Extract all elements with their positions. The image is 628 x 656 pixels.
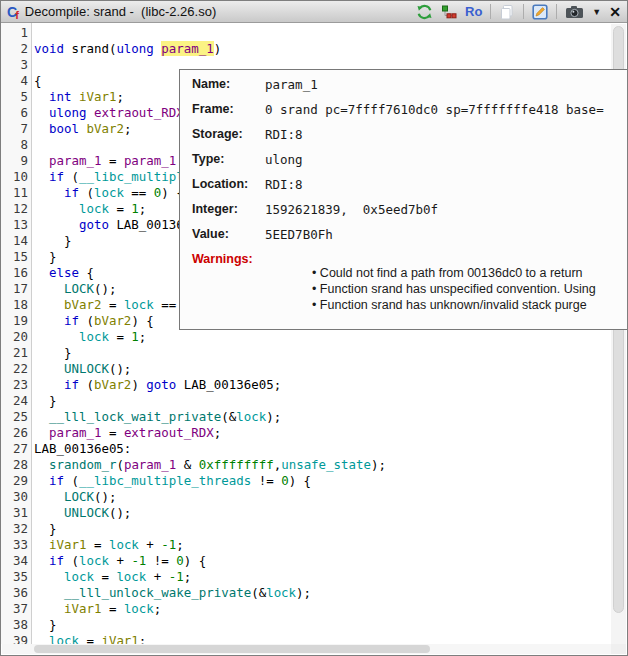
menu-button[interactable]: ▼ bbox=[592, 3, 601, 21]
line-number: 11 bbox=[1, 185, 28, 201]
horizontal-scrollbar-thumb[interactable] bbox=[34, 645, 430, 653]
code-line[interactable]: 20 lock = 1; bbox=[1, 329, 611, 345]
close-button[interactable]: ✕ bbox=[609, 3, 621, 21]
code-text: lock = iVar1; bbox=[34, 633, 146, 644]
code-line[interactable]: 35 lock = lock + -1; bbox=[1, 569, 611, 585]
edit-icon bbox=[532, 4, 548, 20]
tooltip-value: 0 srand pc=7ffff7610dc0 sp=7fffffffe418 … bbox=[265, 102, 604, 117]
tooltip-label: Location: bbox=[192, 177, 265, 191]
ro-button[interactable]: Ro bbox=[465, 3, 482, 21]
line-number: 25 bbox=[1, 409, 28, 425]
warning-item: Function srand has unspecified conventio… bbox=[312, 281, 596, 297]
warning-item: Function srand has unknown/invalid stack… bbox=[312, 297, 596, 313]
line-number: 30 bbox=[1, 489, 28, 505]
code-line[interactable]: 21 } bbox=[1, 345, 611, 361]
line-number: 7 bbox=[1, 121, 28, 137]
line-number: 29 bbox=[1, 473, 28, 489]
code-text: } bbox=[34, 345, 71, 360]
line-number: 19 bbox=[1, 313, 28, 329]
code-line[interactable]: 31 UNLOCK(); bbox=[1, 505, 611, 521]
code-line[interactable]: 23 if (bVar2) goto LAB_00136e05; bbox=[1, 377, 611, 393]
line-number: 17 bbox=[1, 281, 28, 297]
code-line[interactable]: 34 if (lock + -1 != 0) { bbox=[1, 553, 611, 569]
code-line[interactable]: 1 bbox=[1, 25, 611, 41]
tooltip-value: ulong bbox=[265, 152, 303, 167]
window-title: Decompile: srand - (libc-2.26.so) bbox=[25, 4, 216, 19]
code-text: else { bbox=[34, 265, 94, 280]
code-line[interactable]: 32 } bbox=[1, 521, 611, 537]
line-number: 16 bbox=[1, 265, 28, 281]
snapshot-button[interactable] bbox=[565, 3, 584, 21]
code-text: lock = lock + -1; bbox=[34, 569, 191, 584]
camera-icon bbox=[565, 4, 584, 20]
line-number: 22 bbox=[1, 361, 28, 377]
tooltip-body: Name:param_1Frame:0 srand pc=7ffff7610dc… bbox=[180, 70, 628, 313]
line-number: 1 bbox=[1, 25, 28, 41]
code-text: } bbox=[34, 617, 56, 632]
toolbar-separator bbox=[490, 4, 491, 19]
code-line[interactable]: 24 } bbox=[1, 393, 611, 409]
scrollbar-corner bbox=[611, 644, 626, 654]
tooltip-value: param_1 bbox=[265, 77, 318, 92]
code-text: int iVar1; bbox=[34, 89, 124, 104]
line-number: 24 bbox=[1, 393, 28, 409]
line-number: 23 bbox=[1, 377, 28, 393]
code-text: lock = 1; bbox=[34, 329, 146, 344]
code-line[interactable]: 36 __lll_unlock_wake_private(&lock); bbox=[1, 585, 611, 601]
code-text: iVar1 = lock; bbox=[34, 601, 161, 616]
line-number: 27 bbox=[1, 441, 28, 457]
line-number: 9 bbox=[1, 153, 28, 169]
titlebar[interactable]: Cf Decompile: srand - (libc-2.26.so) bbox=[1, 1, 627, 23]
line-number: 8 bbox=[1, 137, 28, 153]
close-icon: ✕ bbox=[609, 4, 621, 20]
code-line[interactable]: 22 UNLOCK(); bbox=[1, 361, 611, 377]
code-line[interactable]: 25 __lll_lock_wait_private(&lock); bbox=[1, 409, 611, 425]
line-number: 37 bbox=[1, 601, 28, 617]
tooltip-row: Value:5EED7B0Fh bbox=[192, 227, 628, 252]
code-text: LOCK(); bbox=[34, 281, 116, 296]
graph-icon bbox=[441, 4, 457, 20]
line-number: 2 bbox=[1, 41, 28, 57]
tooltip-label: Type: bbox=[192, 152, 265, 166]
line-number: 39 bbox=[1, 633, 28, 644]
code-text: bool bVar2; bbox=[34, 121, 131, 136]
line-number: 5 bbox=[1, 89, 28, 105]
tooltip-label: Integer: bbox=[192, 202, 265, 216]
code-line[interactable]: 33 iVar1 = lock + -1; bbox=[1, 537, 611, 553]
code-line[interactable]: 37 iVar1 = lock; bbox=[1, 601, 611, 617]
code-line[interactable]: 2void srand(ulong param_1) bbox=[1, 41, 611, 57]
tooltip-value: RDI:8 bbox=[265, 127, 303, 142]
tooltip-row: Type:ulong bbox=[192, 152, 628, 177]
edit-button[interactable] bbox=[532, 3, 548, 21]
graph-button[interactable] bbox=[441, 3, 457, 21]
code-text: } bbox=[34, 249, 56, 264]
line-number: 31 bbox=[1, 505, 28, 521]
code-text: if (bVar2) goto LAB_00136e05; bbox=[34, 377, 281, 392]
code-line[interactable]: 38 } bbox=[1, 617, 611, 633]
code-line[interactable]: 30 LOCK(); bbox=[1, 489, 611, 505]
code-text: lock = 1; bbox=[34, 201, 146, 216]
tooltip-row: Location:RDI:8 bbox=[192, 177, 628, 202]
code-text: UNLOCK(); bbox=[34, 361, 131, 376]
line-number: 35 bbox=[1, 569, 28, 585]
code-line[interactable]: 39 lock = iVar1; bbox=[1, 633, 611, 644]
tooltip-row: Storage:RDI:8 bbox=[192, 127, 628, 152]
line-number: 34 bbox=[1, 553, 28, 569]
tooltip-label: Value: bbox=[192, 227, 265, 241]
variable-tooltip: Name:param_1Frame:0 srand pc=7ffff7610dc… bbox=[179, 69, 628, 330]
horizontal-scrollbar[interactable] bbox=[2, 644, 611, 654]
line-number: 3 bbox=[1, 57, 28, 73]
copy-button[interactable] bbox=[499, 3, 515, 21]
line-number: 10 bbox=[1, 169, 28, 185]
code-line[interactable]: 28 srandom_r(param_1 & 0xffffffff,unsafe… bbox=[1, 457, 611, 473]
refresh-button[interactable] bbox=[416, 3, 433, 21]
tooltip-label: Name: bbox=[192, 77, 265, 91]
code-line[interactable]: 29 if (__libc_multiple_threads != 0) { bbox=[1, 473, 611, 489]
code-text: if (bVar2) { bbox=[34, 313, 154, 328]
tooltip-warnings-label: Warnings: bbox=[192, 252, 265, 266]
tooltip-value: 1592621839, 0x5eed7b0f bbox=[265, 202, 438, 217]
code-line[interactable]: 26 param_1 = extraout_RDX; bbox=[1, 425, 611, 441]
code-text: if (lock + -1 != 0) { bbox=[34, 553, 206, 568]
code-line[interactable]: 27LAB_00136e05: bbox=[1, 441, 611, 457]
code-text: if (lock == 0) { bbox=[34, 185, 184, 200]
